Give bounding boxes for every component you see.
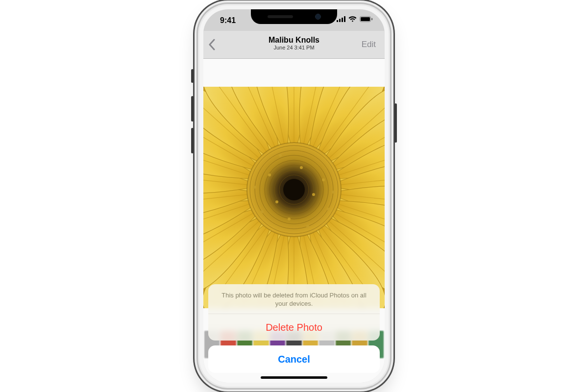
volume-up-button <box>191 96 194 122</box>
action-sheet-main-group: This photo will be deleted from iCloud P… <box>208 284 380 341</box>
power-button <box>394 103 397 143</box>
action-sheet: This photo will be deleted from iCloud P… <box>208 284 380 373</box>
action-sheet-message: This photo will be deleted from iCloud P… <box>208 284 380 314</box>
cancel-button[interactable]: Cancel <box>208 345 380 373</box>
mute-switch <box>191 69 194 83</box>
delete-photo-button[interactable]: Delete Photo <box>208 314 380 341</box>
screen: 9:41 Malibu Knolls June 24 3:41 PM Edit <box>203 9 385 383</box>
home-indicator[interactable] <box>261 376 327 379</box>
volume-down-button <box>191 128 194 153</box>
phone-frame: 9:41 Malibu Knolls June 24 3:41 PM Edit <box>199 5 389 387</box>
